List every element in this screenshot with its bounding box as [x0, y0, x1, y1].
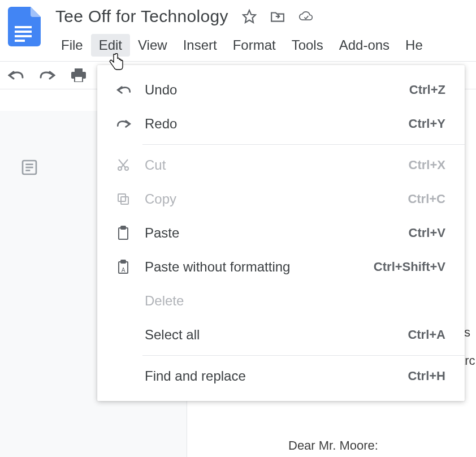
copy-icon — [116, 192, 135, 206]
menu-select-all-label: Select all — [145, 327, 408, 343]
menu-select-all[interactable]: Select all Ctrl+A — [97, 318, 465, 352]
menu-redo-shortcut: Ctrl+Y — [409, 117, 445, 131]
svg-rect-17 — [121, 226, 126, 229]
menu-cut-label: Cut — [145, 157, 409, 173]
svg-rect-5 — [75, 68, 83, 72]
menu-undo-label: Undo — [145, 82, 409, 98]
menu-find-replace-label: Find and replace — [145, 368, 408, 384]
svg-marker-4 — [243, 10, 256, 23]
menu-paste-shortcut: Ctrl+V — [409, 226, 445, 240]
edit-dropdown: Undo Ctrl+Z Redo Ctrl+Y Cut Ctrl+X Copy … — [97, 65, 465, 401]
menu-paste-without-formatting[interactable]: A Paste without formatting Ctrl+Shift+V — [97, 250, 465, 284]
menu-view[interactable]: View — [130, 34, 175, 57]
svg-rect-14 — [121, 197, 128, 204]
menu-paste-label: Paste — [145, 225, 409, 241]
cloud-save-icon[interactable] — [298, 9, 313, 24]
svg-point-12 — [118, 167, 122, 170]
menu-undo-shortcut: Ctrl+Z — [409, 83, 445, 97]
svg-text:A: A — [122, 267, 126, 273]
menu-separator — [142, 355, 465, 356]
menu-separator — [142, 144, 465, 145]
menu-addons[interactable]: Add-ons — [331, 34, 397, 57]
menu-select-all-shortcut: Ctrl+A — [408, 327, 445, 342]
paste-icon — [116, 226, 135, 240]
star-icon[interactable] — [242, 9, 257, 24]
paste-nofmt-icon: A — [116, 260, 135, 274]
svg-rect-7 — [75, 76, 83, 82]
menu-insert[interactable]: Insert — [175, 34, 225, 57]
outline-icon[interactable] — [20, 158, 43, 181]
app-header: Tee Off for Technology File Edit View In… — [0, 0, 476, 57]
menu-undo[interactable]: Undo Ctrl+Z — [97, 73, 465, 107]
document-title[interactable]: Tee Off for Technology — [55, 7, 228, 26]
menu-tools[interactable]: Tools — [284, 34, 331, 57]
print-icon[interactable] — [71, 68, 86, 82]
svg-rect-19 — [121, 260, 126, 263]
svg-rect-15 — [118, 194, 126, 201]
menu-redo[interactable]: Redo Ctrl+Y — [97, 107, 465, 141]
menu-help[interactable]: He — [397, 34, 431, 57]
undo-icon — [116, 85, 135, 95]
menu-delete[interactable]: Delete — [97, 284, 465, 318]
menu-format[interactable]: Format — [225, 34, 284, 57]
doc-text-fragment: Dear Mr. Moore: — [288, 438, 378, 453]
menu-copy[interactable]: Copy Ctrl+C — [97, 182, 465, 216]
redo-icon — [116, 119, 135, 129]
menu-file[interactable]: File — [53, 34, 91, 57]
svg-rect-1 — [15, 31, 32, 33]
menu-redo-label: Redo — [145, 116, 409, 132]
menu-paste[interactable]: Paste Ctrl+V — [97, 216, 465, 250]
redo-icon[interactable] — [40, 70, 55, 81]
menu-paste-nofmt-shortcut: Ctrl+Shift+V — [374, 260, 445, 274]
menu-cut-shortcut: Ctrl+X — [409, 158, 445, 173]
menu-find-replace[interactable]: Find and replace Ctrl+H — [97, 359, 465, 393]
cursor-hand-icon — [109, 53, 124, 70]
svg-rect-3 — [15, 40, 25, 42]
svg-rect-0 — [15, 26, 32, 28]
cut-icon — [116, 158, 135, 172]
undo-icon[interactable] — [8, 70, 24, 81]
docs-logo-icon[interactable] — [8, 7, 41, 46]
menu-copy-label: Copy — [145, 191, 408, 207]
move-to-folder-icon[interactable] — [270, 9, 285, 24]
menu-delete-label: Delete — [145, 293, 445, 309]
menu-copy-shortcut: Ctrl+C — [408, 192, 445, 206]
menu-cut[interactable]: Cut Ctrl+X — [97, 148, 465, 182]
svg-rect-2 — [15, 35, 32, 37]
svg-point-13 — [125, 167, 128, 170]
menu-paste-nofmt-label: Paste without formatting — [145, 259, 374, 275]
menu-find-replace-shortcut: Ctrl+H — [408, 369, 445, 383]
